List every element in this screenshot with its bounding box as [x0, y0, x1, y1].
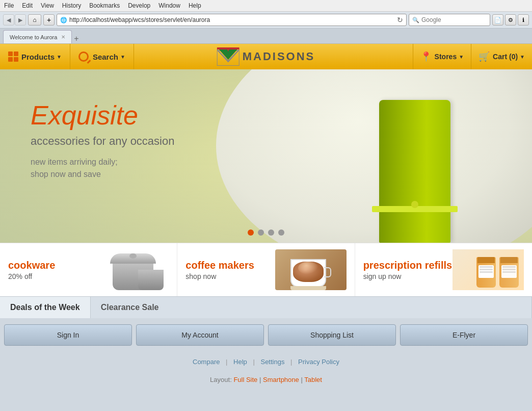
tablet-link[interactable]: Tablet — [304, 376, 322, 383]
cart-dropdown-arrow: ▼ — [520, 54, 525, 60]
menu-bookmarks[interactable]: Bookmarks — [89, 2, 120, 9]
tab-close-button[interactable]: ✕ — [61, 34, 65, 40]
brand-logo[interactable]: MADISONS — [217, 47, 315, 66]
browser-menubar: File Edit View History Bookmarks Develop… — [0, 0, 532, 12]
settings-link[interactable]: Settings — [260, 358, 284, 366]
shopping-list-button[interactable]: Shopping List — [268, 324, 396, 346]
grid-icon — [8, 52, 18, 62]
nav-group: ◀ ▶ — [3, 14, 26, 25]
eflyer-button[interactable]: E-Flyer — [400, 324, 528, 346]
promo-rx-text: prescription refills sign up now — [363, 260, 453, 280]
promo-rx-title: prescription refills — [363, 260, 453, 271]
stores-dropdown-arrow: ▼ — [459, 54, 464, 60]
promo-coffee[interactable]: coffee makers shop now — [177, 243, 355, 296]
tab-bar: Welcome to Aurora ✕ + — [0, 29, 532, 44]
search-dropdown-arrow: ▼ — [120, 54, 125, 60]
clearance-tab[interactable]: Clearance Sale — [91, 297, 532, 318]
footer-sep-3: | — [290, 358, 294, 366]
nav-right: 📍 Stores ▼ 🛒 Cart (0) ▼ — [413, 44, 532, 69]
cart-label: Cart (0) — [493, 53, 518, 61]
layout-prefix: Layout: — [210, 376, 232, 383]
promo-rx-image — [453, 249, 524, 290]
cart-icon: 🛒 — [478, 51, 490, 62]
hero-body: new items arriving daily; shop now and s… — [31, 156, 174, 181]
help-link[interactable]: Help — [233, 358, 247, 366]
promo-row: cookware 20% off coffee makers shop now — [0, 243, 532, 296]
refresh-button[interactable]: ↻ — [397, 16, 403, 24]
hero-dot-1[interactable] — [248, 229, 254, 236]
browser-search-bar[interactable]: 🔍 — [409, 14, 490, 26]
browser-search-input[interactable] — [421, 16, 487, 23]
site-nav: Products ▼ Search ▼ MADISONS 📍 Stores ▼ — [0, 44, 532, 69]
promo-coffee-image — [275, 249, 347, 290]
browser-tab-aurora[interactable]: Welcome to Aurora ✕ — [3, 30, 72, 43]
url-bar[interactable]: 🌐 ↻ — [57, 14, 407, 26]
pot-lid — [110, 253, 156, 264]
full-site-link[interactable]: Full Site — [233, 376, 257, 383]
compare-link[interactable]: Compare — [193, 358, 220, 366]
stores-label: Stores — [435, 53, 457, 61]
page-button[interactable]: 📄 — [492, 14, 503, 25]
tab-label: Welcome to Aurora — [10, 34, 57, 40]
menu-history[interactable]: History — [62, 2, 81, 9]
new-tab-button[interactable]: + — [74, 34, 78, 43]
browser-toolbar: ◀ ▶ ⌂ + 🌐 ↻ 🔍 📄 ⚙ ℹ — [0, 12, 532, 29]
back-button[interactable]: ◀ — [3, 14, 14, 25]
promo-cookware-title: cookware — [8, 260, 97, 271]
promo-cookware[interactable]: cookware 20% off — [0, 243, 177, 296]
hero-text: Exquisite accessories for any occasion n… — [31, 100, 174, 181]
footer-links: Compare | Help | Settings | Privacy Poli… — [0, 352, 532, 372]
brand-name: MADISONS — [243, 50, 315, 63]
my-account-button[interactable]: My Account — [136, 324, 264, 346]
home-button[interactable]: ⌂ — [28, 14, 41, 25]
promo-coffee-text: coffee makers shop now — [185, 260, 275, 280]
search-nav-item[interactable]: Search ▼ — [70, 44, 134, 69]
menu-file[interactable]: File — [4, 2, 14, 9]
sign-in-button[interactable]: Sign In — [4, 324, 132, 346]
menu-develop[interactable]: Develop — [128, 2, 150, 9]
bottom-buttons: Sign In My Account Shopping List E-Flyer — [0, 318, 532, 352]
promo-rx[interactable]: prescription refills sign up now — [355, 243, 532, 296]
menu-edit[interactable]: Edit — [22, 2, 33, 9]
m-logo-icon — [217, 47, 240, 66]
deals-clearance-tabs: Deals of the Week Clearance Sale — [0, 296, 532, 318]
hero-dots — [248, 229, 284, 236]
info-button[interactable]: ℹ — [518, 14, 529, 25]
hero-title: Exquisite — [31, 100, 174, 131]
add-bookmark-button[interactable]: + — [43, 14, 55, 25]
cookware-visual — [102, 249, 164, 290]
hero-dot-4[interactable] — [278, 229, 284, 236]
privacy-policy-link[interactable]: Privacy Policy — [298, 358, 339, 366]
products-nav-item[interactable]: Products ▼ — [0, 44, 70, 69]
tools-button[interactable]: ⚙ — [505, 14, 516, 25]
menu-help[interactable]: Help — [189, 2, 201, 9]
menu-window[interactable]: Window — [158, 2, 180, 9]
promo-rx-sub: sign up now — [363, 272, 453, 280]
hero-subtitle: accessories for any occasion — [31, 135, 174, 148]
hero-dot-2[interactable] — [258, 229, 264, 236]
pot-lid-knob — [129, 253, 137, 259]
promo-coffee-sub: shop now — [185, 272, 275, 280]
products-dropdown-arrow: ▼ — [57, 54, 62, 60]
layout-line: Layout: Full Site | Smartphone | Tablet — [0, 372, 532, 388]
forward-button[interactable]: ▶ — [15, 14, 26, 25]
url-input[interactable] — [69, 16, 395, 23]
browser-search-icon: 🔍 — [412, 17, 419, 23]
browser-chrome: File Edit View History Bookmarks Develop… — [0, 0, 532, 44]
layout-sep-1: | — [259, 376, 263, 383]
promo-cookware-sub: 20% off — [8, 272, 97, 280]
deals-tab[interactable]: Deals of the Week — [0, 297, 91, 318]
lock-icon: 🌐 — [60, 17, 67, 23]
promo-cookware-text: cookware 20% off — [8, 260, 97, 280]
menu-view[interactable]: View — [41, 2, 54, 9]
hero-dot-3[interactable] — [268, 229, 274, 236]
footer-sep-2: | — [253, 358, 256, 366]
stores-nav-item[interactable]: 📍 Stores ▼ — [413, 44, 471, 69]
hero-banner: Exquisite accessories for any occasion n… — [0, 69, 532, 243]
promo-coffee-title: coffee makers — [185, 260, 275, 271]
smartphone-link[interactable]: Smartphone — [263, 376, 299, 383]
cart-nav-item[interactable]: 🛒 Cart (0) ▼ — [471, 44, 532, 69]
coffee-visual — [275, 249, 347, 290]
promo-cookware-image — [97, 249, 169, 290]
extra-buttons: 📄 ⚙ ℹ — [492, 14, 529, 25]
